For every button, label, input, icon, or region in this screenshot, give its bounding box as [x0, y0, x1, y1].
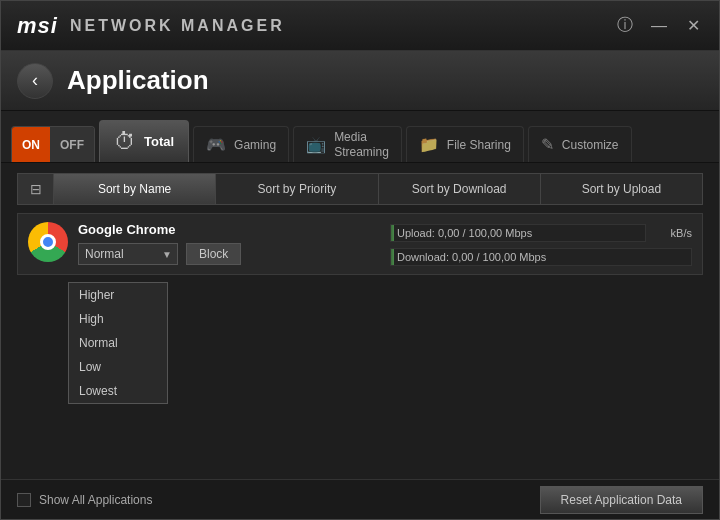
title-bar-left: msi NETWORK MANAGER: [17, 13, 285, 39]
app-controls: Higher High Normal Low Lowest ▼ Block: [78, 243, 380, 265]
back-button[interactable]: ‹: [17, 63, 53, 99]
priority-select[interactable]: Higher High Normal Low Lowest: [78, 243, 178, 265]
footer-left: Show All Applications: [17, 493, 152, 507]
gaming-icon: 🎮: [206, 135, 226, 154]
sort-by-priority-button[interactable]: Sort by Priority: [216, 174, 378, 204]
close-button[interactable]: ✕: [683, 16, 703, 35]
toggle-on-button[interactable]: ON: [12, 127, 50, 162]
msi-logo: msi: [17, 13, 58, 39]
dropdown-item-normal[interactable]: Normal: [69, 331, 167, 355]
download-bar: Download: 0,00 / 100,00 Mbps: [390, 248, 692, 266]
reset-button[interactable]: Reset Application Data: [540, 486, 703, 514]
minimize-button[interactable]: —: [649, 17, 669, 35]
footer: Show All Applications Reset Application …: [1, 479, 719, 519]
title-bar-controls: ⓘ — ✕: [615, 15, 703, 36]
info-button[interactable]: ⓘ: [615, 15, 635, 36]
tab-customize[interactable]: ✎ Customize: [528, 126, 632, 162]
app-icon: [28, 222, 68, 262]
upload-label: Upload: 0,00 / 100,00 Mbps: [397, 227, 532, 239]
app-row: Google Chrome Higher High Normal Low Low…: [17, 213, 703, 275]
page-title: Application: [67, 65, 209, 96]
app-name-label: Google Chrome: [78, 222, 380, 237]
toggle-off-button[interactable]: OFF: [50, 127, 94, 162]
tab-gaming[interactable]: 🎮 Gaming: [193, 126, 289, 162]
sort-by-download-button[interactable]: Sort by Download: [379, 174, 541, 204]
toggle-group: ON OFF: [11, 126, 95, 162]
title-bar: msi NETWORK MANAGER ⓘ — ✕: [1, 1, 719, 51]
tab-media-streaming[interactable]: 📺 MediaStreaming: [293, 126, 402, 162]
tab-customize-label: Customize: [562, 138, 619, 152]
chrome-inner-circle: [40, 234, 56, 250]
tab-media-label: MediaStreaming: [334, 130, 389, 159]
tab-file-sharing[interactable]: 📁 File Sharing: [406, 126, 524, 162]
tab-total[interactable]: ⏱ Total: [99, 120, 189, 162]
streaming-icon: 📺: [306, 135, 326, 154]
download-stat-row: Download: 0,00 / 100,00 Mbps: [390, 248, 692, 266]
show-all-label: Show All Applications: [39, 493, 152, 507]
priority-select-wrapper: Higher High Normal Low Lowest ▼: [78, 243, 178, 265]
filter-icon[interactable]: ⊟: [18, 174, 54, 204]
upload-kbs-label: kB/s: [652, 227, 692, 239]
dropdown-item-low[interactable]: Low: [69, 355, 167, 379]
filesharing-icon: 📁: [419, 135, 439, 154]
block-button[interactable]: Block: [186, 243, 241, 265]
dropdown-item-high[interactable]: High: [69, 307, 167, 331]
app-info: Google Chrome Higher High Normal Low Low…: [78, 222, 380, 265]
sort-bar: ⊟ Sort by Name Sort by Priority Sort by …: [17, 173, 703, 205]
download-bar-fill: [391, 249, 394, 265]
sort-by-upload-button[interactable]: Sort by Upload: [541, 174, 702, 204]
back-icon: ‹: [32, 70, 38, 91]
download-label: Download: 0,00 / 100,00 Mbps: [397, 251, 546, 263]
upload-bar: Upload: 0,00 / 100,00 Mbps: [390, 224, 646, 242]
tab-row: ON OFF ⏱ Total 🎮 Gaming 📺 MediaStreaming…: [1, 111, 719, 163]
dropdown-item-lowest[interactable]: Lowest: [69, 379, 167, 403]
dropdown-item-higher[interactable]: Higher: [69, 283, 167, 307]
tab-filesharing-label: File Sharing: [447, 138, 511, 152]
tab-total-label: Total: [144, 134, 174, 149]
tab-gaming-label: Gaming: [234, 138, 276, 152]
stats-section: Upload: 0,00 / 100,00 Mbps kB/s Download…: [390, 222, 692, 266]
upload-stat-row: Upload: 0,00 / 100,00 Mbps kB/s: [390, 224, 692, 242]
sort-by-name-button[interactable]: Sort by Name: [54, 174, 216, 204]
upload-bar-fill: [391, 225, 394, 241]
main-content: ⊟ Sort by Name Sort by Priority Sort by …: [1, 163, 719, 519]
customize-icon: ✎: [541, 135, 554, 154]
speedometer-icon: ⏱: [114, 129, 136, 155]
app-name: NETWORK MANAGER: [70, 17, 285, 35]
show-all-checkbox[interactable]: [17, 493, 31, 507]
page-header: ‹ Application: [1, 51, 719, 111]
priority-dropdown: Higher High Normal Low Lowest: [68, 282, 168, 404]
